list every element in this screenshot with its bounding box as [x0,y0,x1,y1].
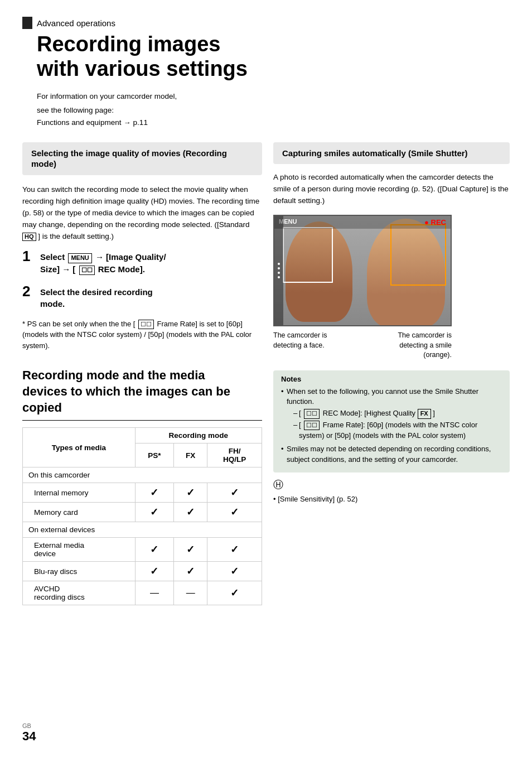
page-number: GB 34 [22,722,36,744]
ctrl-dot [278,276,280,278]
table-cell-fx: ✓ [174,503,207,522]
table-col-ps: PS* [135,443,173,467]
step-1: 1 Select MENU → [Image Quality/Size] → [… [22,249,262,274]
table-cell-ps: ✓ [135,483,173,503]
media-table: Types of media Recording mode PS* FX FH/… [22,427,262,605]
notes-sublist: [ ☐☐ REC Mode]: [Highest Quality FX ] [ … [287,408,502,441]
table-cell-label: Memory card [23,503,136,522]
camera-label-left: The camcorder is detecting a face. [273,331,346,360]
step-1-num: 1 [22,249,35,263]
table-header-recording-mode: Recording mode [135,428,262,443]
notes-list: When set to the following, you cannot us… [281,387,502,465]
intro-link: Functions and equipment → p.11 [37,118,510,127]
menu-icon: MENU [68,253,91,263]
table-col-fh: FH/HQ/LP [207,443,262,467]
camera-side-controls [274,216,283,325]
smile-sensitivity-ref: • [Smile Sensitivity] (p. 52) [273,495,510,503]
table-row: Internal memory ✓ ✓ ✓ [23,483,262,503]
table-cell-ps: ✓ [135,503,173,522]
notes-title: Notes [281,375,502,383]
intro-arrow: → [124,118,131,127]
table-cell-label: Blu-ray discs [23,562,136,581]
smile-section-box: Capturing smiles automatically (Smile Sh… [273,142,510,165]
list-item: Smiles may not be detected depending on … [281,444,502,465]
table-cell-fx: ✓ [174,538,207,562]
framerate-sub-icon: ☐☐ [304,421,320,430]
table-cell-ps: ✓ [135,562,173,581]
section-tag-label: Advanced operations [37,18,115,28]
smile-ref-text: • [Smile Sensitivity] (p. 52) [273,495,357,503]
step-2-text: Select the desired recordingmode. [40,284,153,310]
intro-link-text: Functions and equipment [37,118,122,127]
table-cell-fh: ✓ [207,562,262,581]
page: Advanced operations Recording imageswith… [0,0,532,757]
table-cell-fh: ✓ [207,483,262,503]
camera-top-bar: MENU ● REC [274,216,451,229]
framerate-icon: ☐☐ [138,320,154,329]
step-2: 2 Select the desired recordingmode. [22,284,262,310]
ctrl-dot [278,272,280,274]
camera-preview-image: MENU ● REC [273,215,452,326]
table-cell-fh: ✓ [207,581,262,605]
recording-section-heading: Recording mode and the mediadevices to w… [22,368,262,421]
camera-rec-label: ● REC [424,218,446,226]
camera-label-right: The camcorder is detecting a smile (oran… [379,331,452,360]
list-item: [ ☐☐ REC Mode]: [Highest Quality FX ] [293,408,502,419]
table-section-camcorder: On this camcorder [23,467,262,483]
fx-icon: FX [418,409,431,418]
intro-line1: For information on your camcorder model, [37,91,510,102]
table-cell-label: AVCHDrecording discs [23,581,136,605]
table-col-fx: FX [174,443,207,467]
camera-labels: The camcorder is detecting a face. The c… [273,331,452,360]
step-2-num: 2 [22,284,35,298]
hq-icon: HQ [22,233,36,241]
smile-intro: A photo is recorded automatically when t… [273,172,510,207]
section-tag-bar [22,17,32,29]
ctrl-dot [278,263,280,265]
intro-link-page: p.11 [133,118,148,127]
table-cell-fx: ✓ [174,562,207,581]
recording-mode-section-box: Selecting the image quality of movies (R… [22,142,262,175]
asterisk-note: * PS can be set only when the the [ ☐☐ F… [22,319,262,351]
right-column: Capturing smiles automatically (Smile Sh… [273,142,510,605]
list-item: [ ☐☐ Frame Rate]: [60p] (models with the… [293,420,502,441]
table-row: Memory card ✓ ✓ ✓ [23,503,262,522]
ctrl-dot [278,267,280,269]
list-item: When set to the following, you cannot us… [281,387,502,441]
table-cell-ps: ✓ [135,538,173,562]
table-cell-fx: — [174,581,207,605]
table-cell-label: Internal memory [23,483,136,503]
rec-mode-sub-icon: ☐☐ [304,409,320,418]
page-gb-label: GB [22,722,31,729]
table-row: AVCHDrecording discs — — ✓ [23,581,262,605]
table-section-external: On external devices [23,522,262,538]
main-title: Recording imageswith various settings [37,32,510,81]
left-column: Selecting the image quality of movies (R… [22,142,262,605]
recording-mode-body-text: You can switch the recording mode to sel… [22,184,262,243]
two-col-layout: Selecting the image quality of movies (R… [22,142,510,605]
table-cell-ps: — [135,581,173,605]
smile-ref-icon-line: Ⓗ [273,478,510,491]
section-tag: Advanced operations [22,17,510,29]
table-header-types: Types of media [23,428,136,467]
page-num-label: 34 [22,729,36,744]
intro-line2: see the following page: [37,105,510,116]
table-row: External mediadevice ✓ ✓ ✓ [23,538,262,562]
step-1-text: Select MENU → [Image Quality/Size] → [ ☐… [40,249,166,274]
rec-mode-icon: ☐☐ [79,266,95,275]
table-cell-fh: ✓ [207,538,262,562]
notes-box: Notes When set to the following, you can… [273,370,510,472]
table-cell-fx: ✓ [174,483,207,503]
table-row: Blu-ray discs ✓ ✓ ✓ [23,562,262,581]
table-cell-label: External mediadevice [23,538,136,562]
table-cell-fh: ✓ [207,503,262,522]
